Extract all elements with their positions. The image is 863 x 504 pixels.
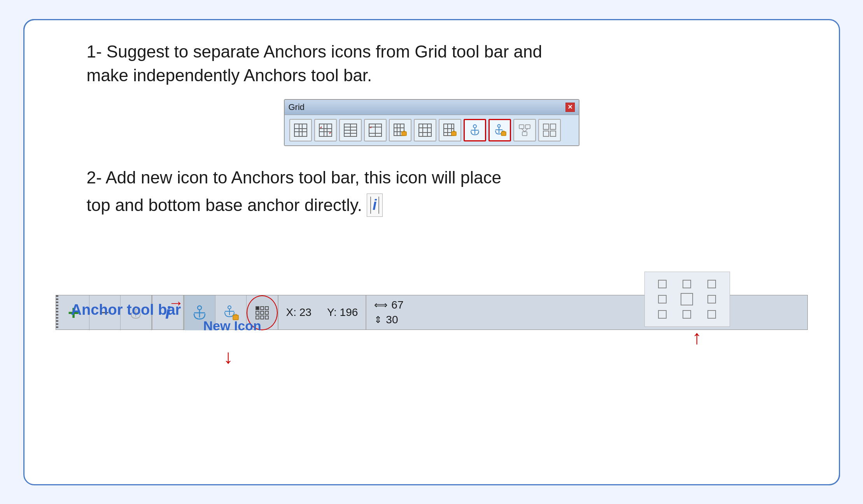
svg-rect-50 [543, 131, 549, 136]
grid-icon-5-lock[interactable] [389, 119, 411, 141]
y-coord: Y: 196 [327, 306, 358, 319]
svg-rect-66 [261, 311, 264, 314]
anchor-dot-tr [707, 280, 716, 288]
inline-icon-preview: i [367, 194, 383, 217]
new-icon-arrow: ↓ [224, 345, 233, 368]
section2-text: 2- Add new icon to Anchors tool bar, thi… [87, 166, 808, 190]
toolbar-titlebar: Grid ✕ [285, 100, 579, 115]
height-row: ⇕ 30 [374, 314, 403, 326]
svg-rect-67 [265, 311, 268, 314]
svg-rect-62 [256, 307, 259, 310]
section1-text: 1- Suggest to separate Anchors icons fro… [87, 40, 808, 87]
svg-rect-35 [452, 132, 456, 136]
svg-rect-63 [261, 307, 264, 310]
svg-point-55 [198, 306, 201, 310]
svg-point-39 [497, 124, 500, 127]
svg-point-36 [473, 125, 476, 128]
svg-point-58 [228, 306, 231, 309]
grid-icon-4[interactable] [364, 119, 387, 141]
y-label: Y: [327, 306, 337, 318]
svg-rect-49 [550, 124, 556, 129]
svg-rect-43 [519, 125, 524, 129]
svg-rect-48 [543, 124, 549, 129]
anchor-toolbar-label: Anchor tool bar [71, 302, 181, 318]
grid-icon-arrow: ↑ [692, 326, 702, 349]
grid-icon-1[interactable] [289, 119, 312, 141]
node-icon[interactable] [513, 119, 536, 141]
x-coord: X: 23 [286, 306, 312, 319]
svg-line-47 [525, 129, 528, 132]
anchor-dot-tm [683, 280, 691, 288]
y-value: 196 [340, 306, 358, 318]
width-arrow-icon: ⟺ [374, 300, 387, 310]
svg-rect-65 [256, 311, 259, 314]
section2-line2: top and bottom base anchor directly. [87, 193, 362, 217]
coordinates-display: X: 23 Y: 196 [278, 295, 366, 330]
anchor-grid [653, 280, 722, 319]
grid-icon-3[interactable] [339, 119, 362, 141]
height-arrow-icon: ⇕ [374, 314, 382, 325]
toolbar-icons [285, 115, 579, 145]
svg-rect-5 [319, 124, 332, 136]
section2-line2-row: top and bottom base anchor directly. i [87, 193, 808, 217]
toolbar-title: Grid [289, 102, 305, 112]
anchor-dot-bm [683, 310, 691, 319]
toolbar-container: Grid ✕ [56, 99, 808, 146]
grid-icon-2[interactable] [314, 119, 337, 141]
inline-i-icon: i [373, 195, 377, 215]
x-label: X: [286, 306, 296, 318]
bar-line-left [370, 197, 371, 214]
anchor-icon-2-highlighted[interactable] [488, 119, 511, 141]
grid-icon-7-lock[interactable] [439, 119, 461, 141]
svg-rect-64 [265, 307, 268, 310]
svg-rect-25 [419, 124, 431, 136]
x-value: 23 [299, 306, 312, 318]
width-row: ⟺ 67 [374, 299, 403, 311]
svg-rect-51 [550, 131, 556, 136]
anchor-icon-1-highlighted[interactable] [464, 119, 486, 141]
grid-toolbar-window: Grid ✕ [284, 99, 579, 146]
grid-split-icon[interactable] [538, 119, 561, 141]
width-value: 67 [391, 299, 403, 311]
close-button[interactable]: ✕ [565, 103, 575, 112]
section2-line1: 2- Add new icon to Anchors tool bar, thi… [87, 166, 501, 190]
svg-rect-45 [522, 132, 527, 136]
anchor-toolbar-arrow: → [168, 294, 184, 312]
svg-line-46 [522, 129, 525, 132]
size-display: ⟺ 67 ⇕ 30 [366, 295, 411, 330]
svg-rect-42 [501, 132, 506, 136]
new-icon-label: New Icon [203, 318, 261, 333]
anchor-dot-tl [658, 280, 667, 288]
anchor-dot-ml [658, 295, 667, 303]
section-2: 2- Add new icon to Anchors tool bar, thi… [56, 166, 808, 217]
height-value: 30 [386, 314, 398, 326]
svg-rect-24 [402, 132, 406, 136]
section1-line1: 1- Suggest to separate Anchors icons fro… [87, 42, 543, 61]
svg-rect-0 [294, 124, 307, 136]
bottom-section: New Icon ↓ ↑ + − i [56, 295, 808, 330]
section1-line2: make independently Anchors tool bar. [87, 66, 372, 85]
svg-rect-44 [525, 125, 530, 129]
svg-rect-70 [265, 316, 268, 319]
anchor-widget [644, 272, 730, 327]
main-card: 1- Suggest to separate Anchors icons fro… [23, 19, 840, 485]
anchor-dot-br [707, 310, 716, 319]
anchor-dot-bl [658, 310, 667, 319]
bar-line-right [378, 197, 379, 214]
anchor-dot-mr [707, 295, 716, 303]
anchor-dot-center [681, 293, 693, 305]
grid-icon-6[interactable] [414, 119, 436, 141]
section-1: 1- Suggest to separate Anchors icons fro… [56, 40, 808, 146]
